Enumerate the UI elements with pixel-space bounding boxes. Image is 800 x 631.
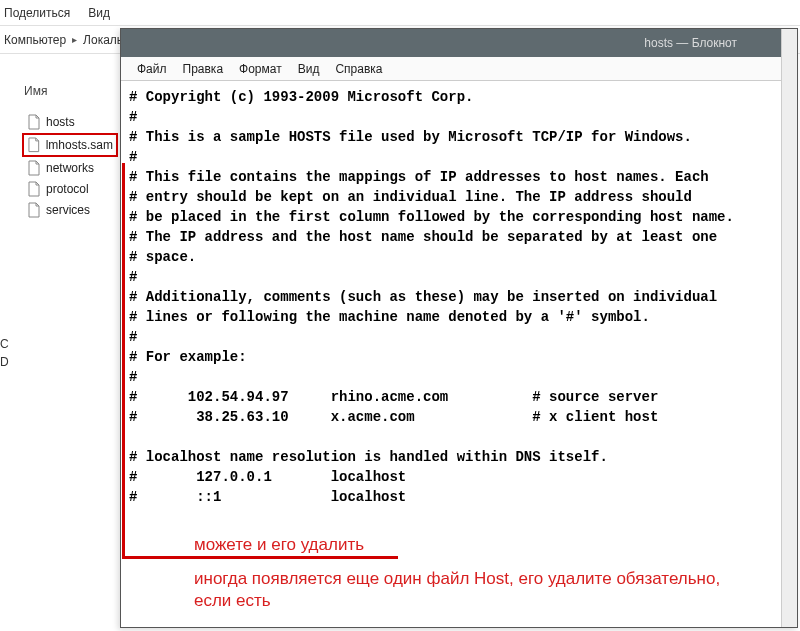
- file-icon: [27, 137, 41, 153]
- menu-file[interactable]: Файл: [131, 60, 173, 78]
- breadcrumb-part-computer[interactable]: Компьютер: [4, 33, 66, 47]
- notepad-titlebar[interactable]: hosts — Блокнот: [121, 29, 797, 57]
- menu-edit[interactable]: Правка: [177, 60, 230, 78]
- file-item-networks[interactable]: networks: [24, 158, 116, 178]
- file-icon: [27, 160, 41, 176]
- menu-view[interactable]: Вид: [88, 6, 110, 20]
- file-item-protocol[interactable]: protocol: [24, 179, 116, 199]
- file-icon: [27, 181, 41, 197]
- file-icon: [27, 114, 41, 130]
- explorer-top-menu: Поделиться Вид: [0, 0, 800, 26]
- file-icon: [27, 202, 41, 218]
- file-item-services[interactable]: services: [24, 200, 116, 220]
- scrollbar-vertical[interactable]: [781, 29, 797, 627]
- side-drive-letters: C D: [0, 335, 9, 371]
- menu-share[interactable]: Поделиться: [4, 6, 70, 20]
- column-header-name[interactable]: Имя: [24, 84, 116, 98]
- notepad-title-text: hosts — Блокнот: [644, 36, 737, 50]
- menu-view[interactable]: Вид: [292, 60, 326, 78]
- menu-help[interactable]: Справка: [329, 60, 388, 78]
- file-label: services: [46, 203, 90, 217]
- notepad-window: hosts — Блокнот Файл Правка Формат Вид С…: [120, 28, 798, 628]
- explorer-file-list: Имя hosts lmhosts.sam networks protocol …: [0, 54, 120, 614]
- notepad-textarea[interactable]: # Copyright (c) 1993-2009 Microsoft Corp…: [121, 81, 797, 513]
- notepad-menubar: Файл Правка Формат Вид Справка: [121, 57, 797, 81]
- menu-format[interactable]: Формат: [233, 60, 288, 78]
- file-item-hosts[interactable]: hosts: [24, 112, 116, 132]
- file-item-lmhosts[interactable]: lmhosts.sam: [22, 133, 118, 157]
- file-label: hosts: [46, 115, 75, 129]
- chevron-right-icon: ▸: [72, 34, 77, 45]
- breadcrumb-part-local[interactable]: Локаль: [83, 33, 123, 47]
- file-label: networks: [46, 161, 94, 175]
- file-label: protocol: [46, 182, 89, 196]
- file-label: lmhosts.sam: [46, 138, 113, 152]
